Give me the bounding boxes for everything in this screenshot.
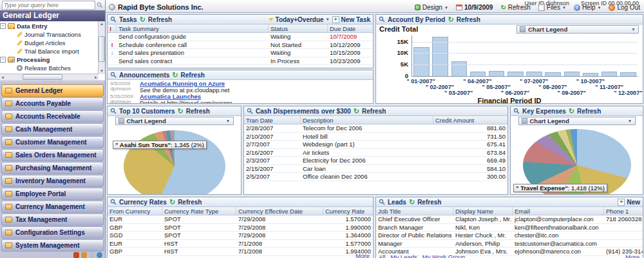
table-row[interactable]: EUR HIST 7/1/2008 1.577000: [108, 240, 373, 248]
sidebar-module-button[interactable]: Cash Management: [1, 123, 104, 135]
tree-item[interactable]: Journal Transactions: [0, 30, 99, 39]
table-row[interactable]: GBP SPOT 7/29/2008 1.990000: [108, 224, 373, 232]
sidebar-module-button[interactable]: General Ledger: [1, 84, 104, 97]
table-row[interactable]: 2/3/2007 Electricity for Dec 2006 669.49: [244, 157, 507, 165]
scrollbar-thumb[interactable]: [23, 74, 62, 80]
table-row[interactable]: 2/5/2007 Office cleanin Dec 2006 300.00: [244, 173, 507, 181]
task-filter-link[interactable]: My Tasks (4): [110, 66, 145, 68]
new-lead-button[interactable]: +New: [618, 199, 640, 206]
sidebar-module-button[interactable]: Accounts Receivable: [1, 110, 104, 123]
table-row[interactable]: 2/15/2007 Car loan 584.10: [244, 165, 507, 174]
magnifier-icon[interactable]: [379, 199, 385, 205]
refresh-icon[interactable]: ↻: [140, 16, 146, 23]
refresh-button[interactable]: Refresh: [577, 108, 601, 115]
help-menu[interactable]: ?Help▼: [574, 4, 601, 11]
scrollbar-thumb[interactable]: [99, 36, 105, 62]
chart-legend-dropdown[interactable]: Chart Legend ▼: [518, 117, 636, 125]
globe-icon[interactable]: [97, 252, 102, 258]
sidebar-module-button[interactable]: Currency Management: [1, 201, 104, 213]
chart-legend-dropdown[interactable]: Chart Legend ▼: [516, 25, 639, 34]
scroll-down-icon[interactable]: ▼: [100, 68, 104, 74]
currency-table-header[interactable]: From Currency Currency Rate Type Currenc…: [108, 207, 373, 215]
scroll-left-icon[interactable]: ◄: [1, 75, 5, 79]
refresh-icon[interactable]: ↻: [448, 16, 453, 23]
sidebar-module-button[interactable]: System Management: [1, 239, 104, 252]
refresh-icon[interactable]: ↻: [569, 108, 574, 114]
sidebar-module-button[interactable]: Accounts Payable: [1, 97, 104, 110]
task-filter-link[interactable]: Follow Up (0): [255, 66, 292, 68]
collapse-icon[interactable]: [0, 57, 6, 63]
files-menu[interactable]: Files▼: [538, 4, 566, 11]
tree-item[interactable]: Data Entry: [0, 22, 99, 30]
refresh-button[interactable]: Refresh: [186, 108, 210, 115]
table-row[interactable]: Chief Executive Officer Clapton Joseph ,…: [376, 215, 643, 224]
lead-filter-link[interactable]: All: [379, 253, 386, 258]
table-row[interactable]: 2/10/2007 Hotell bill 731.50: [244, 133, 507, 141]
table-row[interactable]: 2/28/2007 Telecom for Dec 2006 881.60: [244, 124, 507, 133]
cash-table-header[interactable]: Tran Date Description Credit Amount: [244, 116, 507, 124]
table-row[interactable]: Director of Public Relations Hester Chuc…: [376, 232, 643, 240]
tree-item[interactable]: Trial Balance Import: [0, 47, 99, 55]
table-row[interactable]: ! Schedule conference call Not Started 1…: [108, 41, 373, 50]
refresh-button[interactable]: Refresh: [178, 199, 202, 206]
business-date[interactable]: 10/9/2009: [456, 4, 493, 11]
chart-legend-dropdown[interactable]: Chart Legend ▼: [115, 117, 234, 125]
tree-item[interactable]: Release Batches: [0, 64, 99, 72]
table-row[interactable]: Send sales contract In Process 10/23/200…: [108, 57, 373, 66]
sidebar-module-button[interactable]: Configuration Settings: [1, 226, 104, 239]
leads-table-header[interactable]: Job Title Display Name Email Phone 1: [376, 207, 643, 215]
refresh-icon[interactable]: ↻: [169, 199, 175, 205]
sidebar-module-button[interactable]: Tax Management: [1, 213, 104, 226]
table-row[interactable]: SGD SPOT 7/29/2008 1.364000: [108, 232, 373, 240]
search-input[interactable]: [2, 1, 95, 10]
refresh-icon[interactable]: ↻: [178, 108, 184, 114]
mail-icon[interactable]: [89, 252, 95, 258]
table-row[interactable]: ↓ Send sales presentation Waiting 10/15/…: [108, 49, 373, 57]
sidebar-module-button[interactable]: Customer Management: [1, 136, 104, 148]
alert-icon[interactable]: [81, 252, 87, 258]
pie-graphic[interactable]: [124, 130, 225, 195]
magnifier-icon[interactable]: [247, 108, 253, 114]
scroll-right-icon[interactable]: ►: [94, 75, 98, 79]
table-row[interactable]: Branch Manager Nikl, Ken ken@fifteenthna…: [376, 224, 643, 232]
search-icon[interactable]: [97, 1, 103, 9]
new-task-button[interactable]: +New Task: [332, 16, 370, 23]
refresh-icon[interactable]: ↻: [409, 199, 415, 205]
logout-button[interactable]: Log Out: [609, 4, 640, 11]
sidebar-module-button[interactable]: Inventory Management: [1, 175, 104, 187]
table-row[interactable]: EUR SPOT 7/29/2008 1.570000: [108, 215, 373, 224]
design-menu[interactable]: Design▼: [415, 4, 448, 11]
table-row[interactable]: Manager Anderson, Philip testcustomer@ac…: [376, 240, 643, 248]
lead-filter-link[interactable]: My Leads: [391, 253, 417, 258]
refresh-button[interactable]: Refresh: [148, 16, 172, 23]
more-link[interactable]: More: [355, 252, 370, 258]
tree-horizontal-scrollbar[interactable]: ◄►: [0, 74, 99, 80]
task-filter-link[interactable]: My Work Groups (0): [151, 66, 206, 68]
magnifier-icon[interactable]: [379, 16, 385, 23]
refresh-button[interactable]: Refresh: [417, 199, 441, 206]
tree-item[interactable]: Budget Articles: [0, 39, 99, 47]
refresh-button[interactable]: Refresh: [181, 72, 205, 79]
table-row[interactable]: 2/7/2007 Webdesign (part 1) 675.41: [244, 141, 507, 149]
magnifier-icon[interactable]: [110, 16, 117, 23]
magnifier-icon[interactable]: [110, 108, 117, 114]
tree-item[interactable]: Processing: [0, 55, 99, 64]
collapse-icon[interactable]: [0, 23, 6, 29]
task-filter[interactable]: Today+Overdue▼: [269, 16, 330, 23]
magnifier-icon[interactable]: [110, 199, 117, 205]
tree-vertical-scrollbar[interactable]: ▲▼: [98, 21, 105, 74]
table-row[interactable]: GBP HIST 7/1/2008 1.994000: [108, 248, 373, 256]
table-row[interactable]: 2/16/2007 Air tickets 673.84: [244, 149, 507, 157]
refresh-icon[interactable]: ↻: [172, 72, 178, 78]
refresh-icon[interactable]: ↻: [354, 108, 359, 114]
task-filter-link[interactable]: Escalated (0): [213, 66, 249, 68]
sidebar-module-button[interactable]: Sales Orders Management: [1, 149, 104, 161]
sidebar-module-button[interactable]: Purchasing Management: [1, 162, 104, 174]
scroll-up-icon[interactable]: ▲: [100, 21, 104, 27]
sidebar-module-button[interactable]: Employee Portal: [1, 188, 104, 200]
feed-icon[interactable]: [73, 252, 79, 258]
magnifier-icon[interactable]: [110, 72, 117, 78]
refresh-button[interactable]: Refresh: [362, 108, 386, 115]
lead-filter-link[interactable]: My Work Group: [422, 253, 465, 258]
more-link[interactable]: More: [625, 253, 639, 258]
